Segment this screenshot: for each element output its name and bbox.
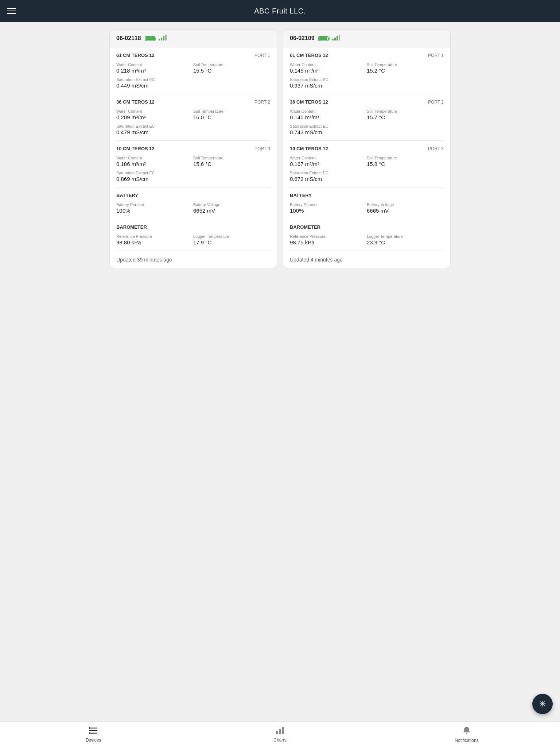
device-card-0: 06-02118 61 CM TEROS 12 PORT 1 Water Con… <box>109 29 277 268</box>
battery-voltage-label-1: Battery Voltage <box>367 202 444 207</box>
logger-temp-value-1: 23.9 °C <box>367 239 444 245</box>
nav-notifications-label: Notifications <box>455 738 478 743</box>
water-content-value-0-0: 0.218 m³/m³ <box>116 67 193 74</box>
sensor-section-1-2: 10 CM TEROS 12 PORT 3 Water Content 0.16… <box>290 141 444 187</box>
barometer-header-1: BAROMETER <box>290 224 444 230</box>
water-content-label-1-0: Water Content <box>290 62 367 67</box>
sensor-header-0-2: 10 CM TEROS 12 PORT 3 <box>116 146 270 151</box>
device-header-1: 06-02109 <box>283 30 450 47</box>
ec-item-0-1: Saturation Extract EC 0.479 mS/cm <box>116 124 193 135</box>
battery-voltage-value-1: 6665 mV <box>367 208 444 214</box>
app-header: ABC Fruit LLC. <box>0 0 560 22</box>
soil-temp-label-0-0: Soil Temperature <box>193 62 270 67</box>
soil-temp-item-1-2: Soil Temperature 15.8 °C <box>367 156 444 167</box>
pressure-label-0: Reference Pressure <box>116 234 193 239</box>
ec-item-1-1: Saturation Extract EC 0.743 mS/cm <box>290 124 367 135</box>
devices-icon <box>89 727 98 736</box>
updated-text-1: Updated 4 minutes ago <box>290 251 444 268</box>
ec-item-0-0: Saturation Extract EC 0.449 mS/cm <box>116 77 193 89</box>
soil-temp-item-1-0: Soil Temperature 15.2 °C <box>367 62 444 74</box>
sensor-header-0-1: 36 CM TEROS 12 PORT 2 <box>116 99 270 105</box>
ec-value-0-2: 0.869 mS/cm <box>116 176 193 182</box>
pressure-value-0: 98.80 kPa <box>116 239 193 245</box>
water-content-value-0-2: 0.186 m³/m³ <box>116 161 193 167</box>
sensor-header-0-0: 61 CM TEROS 12 PORT 1 <box>116 53 270 58</box>
water-content-item-0-0: Water Content 0.218 m³/m³ <box>116 62 193 74</box>
sensor-name-0-1: 36 CM TEROS 12 <box>116 99 155 105</box>
water-content-item-0-2: Water Content 0.186 m³/m³ <box>116 156 193 167</box>
sensor-header-1-0: 61 CM TEROS 12 PORT 1 <box>290 53 444 58</box>
battery-section-name-1: BATTERY <box>290 193 312 198</box>
barometer-section-name-0: BAROMETER <box>116 224 147 230</box>
barometer-section-0: BAROMETER Reference Pressure 98.80 kPa L… <box>116 219 270 251</box>
soil-temp-label-1-0: Soil Temperature <box>367 62 444 67</box>
battery-percent-value-1: 100% <box>290 208 367 214</box>
water-content-item-1-0: Water Content 0.145 m³/m³ <box>290 62 367 74</box>
bell-icon <box>463 726 471 736</box>
card-body-1: 61 CM TEROS 12 PORT 1 Water Content 0.14… <box>283 47 450 268</box>
fab-button[interactable]: ✳ <box>532 694 553 714</box>
ec-value-1-2: 0.672 mS/cm <box>290 176 367 182</box>
pressure-item-0: Reference Pressure 98.80 kPa <box>116 234 193 245</box>
logger-temp-value-0: 17.9 °C <box>193 239 270 245</box>
ec-label-0-0: Saturation Extract EC <box>116 77 193 82</box>
port-label-1-0: PORT 1 <box>428 53 444 58</box>
ec-item-1-2: Saturation Extract EC 0.672 mS/cm <box>290 171 367 182</box>
nav-devices[interactable]: Devices <box>0 722 187 747</box>
sensor-name-0-0: 61 CM TEROS 12 <box>116 53 155 58</box>
pressure-value-1: 98.75 kPa <box>290 239 367 245</box>
barometer-header-0: BAROMETER <box>116 224 270 230</box>
soil-temp-value-1-2: 15.8 °C <box>367 161 444 167</box>
sensor-data-0-0: Water Content 0.218 m³/m³ Soil Temperatu… <box>116 62 270 89</box>
svg-rect-8 <box>282 727 284 734</box>
sensor-data-1-1: Water Content 0.140 m³/m³ Soil Temperatu… <box>290 109 444 135</box>
sensor-name-1-2: 10 CM TEROS 12 <box>290 146 328 151</box>
logger-temp-label-0: Logger Temperature <box>193 234 270 239</box>
soil-temp-value-0-0: 15.5 °C <box>193 67 270 74</box>
svg-rect-6 <box>276 731 278 734</box>
ec-value-1-0: 0.937 mS/cm <box>290 82 367 89</box>
ec-label-1-0: Saturation Extract EC <box>290 77 367 82</box>
battery-header-0: BATTERY <box>116 193 270 198</box>
battery-header-1: BATTERY <box>290 193 444 198</box>
nav-notifications[interactable]: Notifications <box>373 722 560 747</box>
water-content-item-1-2: Water Content 0.167 m³/m³ <box>290 156 367 167</box>
battery-icon-1 <box>318 35 328 42</box>
port-label-0-1: PORT 2 <box>254 100 270 105</box>
device-id-0: 06-02118 <box>116 35 141 42</box>
pressure-item-1: Reference Pressure 98.75 kPa <box>290 234 367 245</box>
barometer-section-name-1: BAROMETER <box>290 224 320 230</box>
soil-temp-value-1-1: 15.7 °C <box>367 114 444 120</box>
soil-temp-label-0-2: Soil Temperature <box>193 156 270 160</box>
sensor-data-0-2: Water Content 0.186 m³/m³ Soil Temperatu… <box>116 156 270 182</box>
water-content-label-0-1: Water Content <box>116 109 193 113</box>
sensor-name-1-0: 61 CM TEROS 12 <box>290 53 328 58</box>
sensor-name-0-2: 10 CM TEROS 12 <box>116 146 155 151</box>
svg-point-5 <box>89 732 90 734</box>
logger-temp-item-1: Logger Temperature 23.9 °C <box>367 234 444 245</box>
battery-voltage-item-0: Battery Voltage 6652 mV <box>193 202 270 214</box>
signal-icon-0 <box>159 35 167 42</box>
ec-value-0-1: 0.479 mS/cm <box>116 129 193 135</box>
ec-label-1-2: Saturation Extract EC <box>290 171 367 175</box>
water-content-label-0-2: Water Content <box>116 156 193 160</box>
water-content-value-0-1: 0.209 m³/m³ <box>116 114 193 120</box>
soil-temp-value-0-1: 16.0 °C <box>193 114 270 120</box>
soil-temp-label-1-2: Soil Temperature <box>367 156 444 160</box>
soil-temp-value-1-0: 15.2 °C <box>367 67 444 74</box>
main-content: 06-02118 61 CM TEROS 12 PORT 1 Water Con… <box>0 22 560 721</box>
ec-item-0-2: Saturation Extract EC 0.869 mS/cm <box>116 171 193 182</box>
ec-label-0-2: Saturation Extract EC <box>116 171 193 175</box>
port-label-1-2: PORT 3 <box>428 146 444 151</box>
battery-data-0: Battery Percent 100% Battery Voltage 665… <box>116 202 270 214</box>
sensor-data-1-0: Water Content 0.145 m³/m³ Soil Temperatu… <box>290 62 444 89</box>
water-content-value-1-1: 0.140 m³/m³ <box>290 114 367 120</box>
charts-icon <box>275 727 285 736</box>
nav-devices-label: Devices <box>86 738 101 743</box>
soil-temp-item-0-2: Soil Temperature 15.6 °C <box>193 156 270 167</box>
water-content-label-1-2: Water Content <box>290 156 367 160</box>
device-header-0: 06-02118 <box>110 30 277 47</box>
menu-button[interactable] <box>7 8 16 14</box>
nav-charts[interactable]: Charts <box>187 722 373 747</box>
battery-voltage-label-0: Battery Voltage <box>193 202 270 207</box>
